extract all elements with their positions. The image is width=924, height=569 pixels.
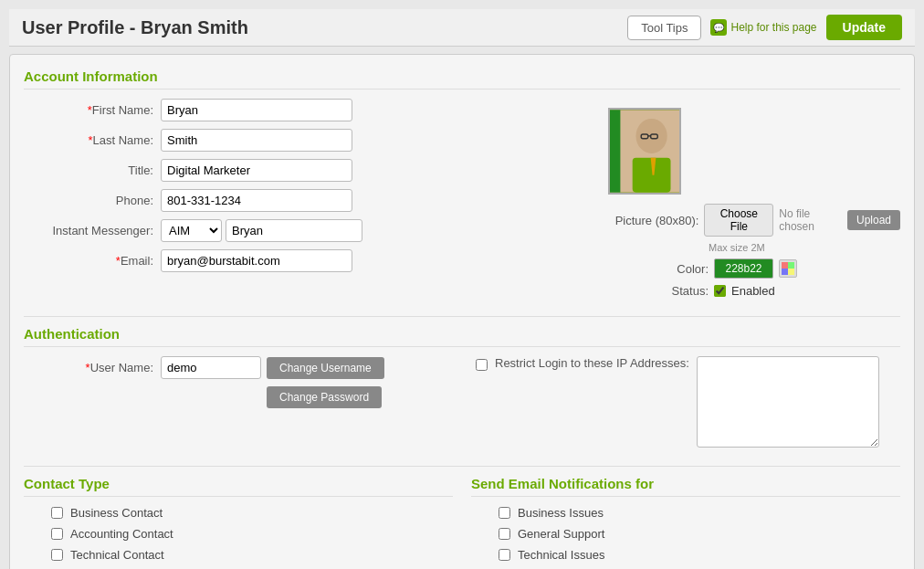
email-row: *Email:	[24, 249, 590, 272]
notifications-list: Business Issues General Support Technica…	[471, 506, 900, 569]
status-label: Status:	[608, 284, 709, 298]
username-row: *User Name: Change Username	[24, 356, 448, 379]
account-two-col: *First Name: *Last Name: Title:	[24, 99, 900, 298]
svg-rect-11	[788, 262, 794, 269]
update-button[interactable]: Update	[826, 15, 902, 40]
contact-type-section: Contact Type Business Contact Accounting…	[24, 476, 453, 569]
email-label: *Email:	[24, 254, 161, 268]
account-section-title: Account Information	[24, 68, 900, 90]
username-label: *User Name:	[24, 361, 161, 374]
accounting-contact-label: Accounting Contact	[70, 527, 173, 541]
auth-right: Restrict Login to these IP Addresses:	[476, 356, 900, 448]
im-input[interactable]	[226, 219, 362, 242]
svg-rect-10	[782, 262, 788, 269]
auth-two-col: *User Name: Change Username Change Passw…	[24, 356, 900, 448]
no-file-text: No file chosen	[779, 207, 842, 233]
email-notifications-title: Send Email Notifications for	[471, 476, 900, 497]
picture-row: Picture (80x80): Choose File No file cho…	[608, 204, 900, 237]
color-value: 228b22	[714, 258, 773, 279]
main-content: Account Information *First Name: *Last N…	[9, 54, 915, 569]
ip-row: Restrict Login to these IP Addresses:	[476, 356, 900, 448]
phone-label: Phone:	[24, 194, 161, 207]
account-section: Account Information *First Name: *Last N…	[24, 68, 900, 298]
title-row: Title:	[24, 159, 590, 182]
avatar	[608, 108, 681, 195]
status-text: Enabled	[731, 284, 775, 298]
email-input[interactable]	[161, 249, 352, 272]
business-issues-label: Business Issues	[518, 506, 604, 520]
technical-issues-label: Technical Issues	[518, 548, 604, 562]
general-support-label: General Support	[518, 527, 604, 541]
auth-left: *User Name: Change Username Change Passw…	[24, 356, 448, 448]
last-name-label: *Last Name:	[24, 133, 161, 147]
color-picker-button[interactable]	[779, 259, 797, 278]
header: User Profile - Bryan Smith Tool Tips 💬 H…	[9, 9, 915, 47]
username-input[interactable]	[161, 356, 261, 379]
first-name-input[interactable]	[161, 99, 352, 121]
first-name-row: *First Name:	[24, 99, 590, 121]
picture-label: Picture (80x80):	[608, 214, 698, 227]
business-contact-label: Business Contact	[70, 506, 163, 520]
svg-rect-13	[788, 269, 794, 275]
change-password-button[interactable]: Change Password	[267, 386, 382, 408]
choose-file-button[interactable]: Choose File	[704, 204, 773, 237]
svg-rect-2	[610, 110, 620, 192]
general-support-checkbox[interactable]	[499, 528, 510, 540]
contact-type-title: Contact Type	[24, 476, 453, 497]
max-size: Max size 2M	[709, 242, 765, 253]
technical-contact-checkbox[interactable]	[51, 549, 63, 561]
im-row: Instant Messenger: AIM Yahoo Skype	[24, 219, 590, 242]
page-wrapper: User Profile - Bryan Smith Tool Tips 💬 H…	[0, 0, 924, 569]
title-label: Title:	[24, 163, 161, 177]
phone-row: Phone:	[24, 189, 590, 212]
color-picker-icon	[782, 262, 794, 275]
header-right: Tool Tips 💬 Help for this page Update	[627, 15, 902, 40]
phone-input[interactable]	[161, 189, 352, 212]
list-item: General Support	[471, 527, 900, 541]
first-name-label: *First Name:	[24, 103, 161, 117]
list-item: Technical Contact	[24, 548, 453, 562]
tooltips-button[interactable]: Tool Tips	[627, 16, 701, 40]
avatar-area	[608, 108, 681, 195]
help-link[interactable]: 💬 Help for this page	[710, 19, 816, 36]
last-name-row: *Last Name:	[24, 129, 590, 152]
business-issues-checkbox[interactable]	[499, 507, 510, 519]
page-title: User Profile - Bryan Smith	[22, 17, 248, 38]
list-item: Business Contact	[24, 506, 453, 520]
im-type-select[interactable]: AIM Yahoo Skype	[161, 219, 222, 242]
title-input[interactable]	[161, 159, 352, 182]
im-label: Instant Messenger:	[24, 224, 161, 237]
upload-button[interactable]: Upload	[847, 210, 900, 230]
account-right: Picture (80x80): Choose File No file cho…	[608, 99, 900, 298]
color-label: Color:	[608, 262, 709, 276]
list-item: Accounting Contact	[24, 527, 453, 541]
help-icon: 💬	[710, 19, 727, 36]
change-username-button[interactable]: Change Username	[267, 357, 384, 379]
help-label: Help for this page	[730, 21, 816, 34]
list-item: Business Issues	[471, 506, 900, 520]
auth-section-title: Authentication	[24, 326, 900, 347]
list-item: Technical Issues	[471, 548, 900, 562]
change-password-row: Change Password	[24, 386, 448, 408]
color-row: Color: 228b22	[608, 258, 797, 279]
accounting-contact-checkbox[interactable]	[51, 528, 63, 540]
svg-rect-12	[782, 269, 788, 275]
bottom-two-col: Contact Type Business Contact Accounting…	[24, 476, 900, 569]
status-checkbox[interactable]	[714, 285, 726, 297]
technical-issues-checkbox[interactable]	[499, 549, 510, 561]
avatar-svg	[610, 108, 679, 195]
ip-textarea[interactable]	[697, 356, 879, 448]
technical-contact-label: Technical Contact	[70, 548, 164, 562]
account-form: *First Name: *Last Name: Title:	[24, 99, 590, 298]
status-row: Status: Enabled	[608, 284, 775, 298]
restrict-ip-label: Restrict Login to these IP Addresses:	[495, 356, 689, 370]
last-name-input[interactable]	[161, 129, 352, 152]
auth-section: Authentication *User Name: Change Userna…	[24, 326, 900, 448]
restrict-ip-checkbox[interactable]	[476, 359, 488, 371]
email-notifications-section: Send Email Notifications for Business Is…	[471, 476, 900, 569]
contact-list: Business Contact Accounting Contact Tech…	[24, 506, 453, 569]
business-contact-checkbox[interactable]	[51, 507, 63, 519]
